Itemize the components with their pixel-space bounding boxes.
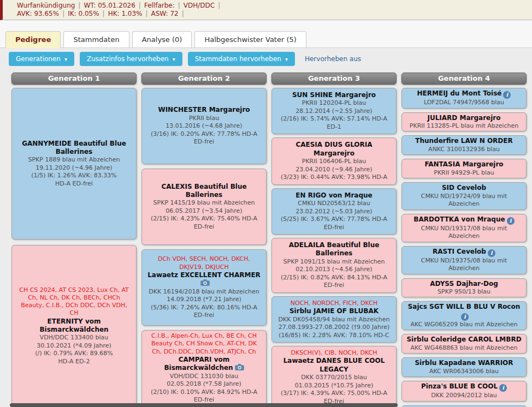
litter-type: Wurfankündigung: [17, 2, 75, 9]
dog-registration: PKRII 113285-PL blau mit Abzeichen: [405, 122, 523, 130]
dog-registration: CMKU ND/19724/09 blau mit Abzeichen: [405, 193, 523, 208]
dog-breeding-stats: (2/15) IK: 4.23% AVK: 75.40% HD-A ED-fre…: [146, 215, 262, 231]
dog-name[interactable]: HERMEIJ du Mont Toisé: [405, 89, 523, 99]
dog-name[interactable]: Sajcs SGT WILL B BLU V Rocon: [405, 303, 523, 320]
dog-name[interactable]: FANTASIA Margarejro: [405, 160, 523, 169]
ik-value: IK: 0.05%: [68, 10, 99, 17]
dog-breeding-stats: (16/85) IK: 2.28% AVK: 78.10% HD-C: [276, 332, 392, 340]
generation-4-column: Generation 4 HERMEIJ du Mont Toisé LOF2D…: [401, 73, 527, 407]
dog-name[interactable]: SID Cevelob: [405, 184, 523, 192]
camera-icon[interactable]: [235, 364, 244, 370]
pedigree-card[interactable]: Horsebjerg POKER FACE GA GA DKK DK08726/…: [401, 405, 527, 407]
dog-breeding-stats: (2/15) IK: 0.82% AVK: 84.13% HD-A ED-fre…: [276, 274, 392, 290]
dog-name[interactable]: ADELAILA Beautiful Blue Ballerines: [276, 241, 392, 258]
pedigree-card[interactable]: EN RIGO von Mraque CMKU ND20563/12 blau …: [271, 188, 397, 235]
generation-1-column: Generation 1 GANNYMEIDE Beautiful Blue B…: [11, 73, 137, 407]
dog-breeding-stats: (2/16) IK: 5.74% AVK: 57.14% HD-A ED-1: [276, 115, 392, 131]
dog-birthdate: 13.01.2016 (~4.68 Jahre): [146, 122, 262, 130]
litter-info-row2: AVK: 93.65%|IK: 0.05%|HK: 1.03%|ASW: 72|: [17, 10, 527, 18]
pedigree-card[interactable]: DCh VDH, SECH, NOCH, DKCH, DKJV19, DKJUC…: [141, 249, 267, 326]
dog-registration: PKRII 106406-PL blau: [276, 158, 392, 166]
chevron-down-icon: [285, 55, 288, 63]
extra-info-highlight-dropdown-button[interactable]: Zusatzinfos hervorheben: [80, 52, 182, 66]
stammdaten-highlight-dropdown-button[interactable]: Stammdaten hervorheben: [188, 52, 295, 66]
pedigree-card[interactable]: Pinza's BLUE B COOL DKK 20094/2012 blau: [401, 381, 527, 402]
generation-2-header: Generation 2: [141, 73, 267, 85]
dog-breeding-stats: (5/36) IK: 7.26% AVK: 80.16% HD-A ED-fre…: [146, 304, 262, 320]
pedigree-card[interactable]: HERMEIJ du Mont Toisé LOF2DAL 74947/9568…: [401, 88, 527, 109]
dog-name[interactable]: Lawaetz EXCELLENT CHARMER: [146, 271, 262, 288]
pedigree-card[interactable]: Sirblu Coleridge CAROL LMBRD AKC WG46886…: [401, 334, 527, 354]
dog-name[interactable]: ADYSS Dajhar-Dog: [405, 280, 523, 288]
pedigree-card[interactable]: RASTI Cevelob CMKU ND/19375/08 blau mit …: [401, 246, 527, 274]
dog-name[interactable]: Pinza's BLUE B COOL: [405, 382, 523, 392]
dog-registration: CMKU ND/19317/08 blau mit Abzeichen: [405, 225, 523, 241]
dog-name[interactable]: RASTI Cevelob: [405, 248, 523, 257]
pedigree-card[interactable]: Sajcs SGT WILL B BLU V Rocon AKC WG06520…: [401, 301, 527, 330]
dog-name[interactable]: CALEXIS Beautiful Blue Ballerines: [146, 183, 262, 200]
pedigree-card[interactable]: BARDOTTKA von Mraque CMKU ND/19317/08 bl…: [401, 214, 527, 242]
dog-name[interactable]: CAESIA DIUS GLORIA Margarejro: [276, 141, 392, 158]
info-icon[interactable]: [503, 91, 511, 99]
pedigree-card[interactable]: JULIARD Margarejro PKRII 113285-PL blau …: [401, 112, 527, 132]
pedigree-card[interactable]: FANTASIA Margarejro PKRII 94929-PL blau: [401, 159, 527, 178]
pedigree-card-sire[interactable]: GANNYMEIDE Beautiful Blue Ballerines SPK…: [11, 88, 137, 240]
dog-name[interactable]: JULIARD Margarejro: [405, 114, 523, 122]
dog-birthdate: 30.10.2021 (*4.09 Jahre): [16, 342, 132, 350]
dog-registration: SPKP 1415/19 blau mit Abzeichen: [146, 199, 262, 207]
info-icon[interactable]: [461, 313, 469, 321]
dog-titles: CH CS 2024, AT CS 2023, Lux Ch, AT Ch, N…: [16, 286, 132, 318]
pedigree-card[interactable]: CALEXIS Beautiful Blue Ballerines SPKP 1…: [141, 169, 267, 245]
info-icon[interactable]: [488, 249, 495, 257]
dog-name[interactable]: GANNYMEIDE Beautiful Blue Ballerines: [16, 140, 132, 157]
dog-registration: PKRII blau: [146, 115, 262, 123]
dog-name[interactable]: ETERNITY vom Bismarckwäldchen: [16, 318, 132, 334]
dog-titles: DCh VDH, SECH, NOCH, DKCH, DKJV19, DKJUC…: [146, 255, 262, 271]
dog-name[interactable]: Sirblu JAMIE OF BLUBAK: [276, 307, 392, 315]
dog-registration: ANKC 3100132936 blau: [405, 146, 523, 154]
dog-registration: LOF2DAL 74947/9568 blau: [405, 99, 523, 107]
dog-registration: SPKP 1889 blau mit Abzeichen: [16, 156, 132, 164]
dog-name[interactable]: Sirblu Coleridge CAROL LMBRD: [405, 336, 523, 344]
tab-halbgeschwister-vater[interactable]: Halbgeschwister Vater (5): [194, 31, 306, 48]
dog-name[interactable]: Thunderfire LAW N ORDER: [405, 137, 523, 145]
tab-pedigree[interactable]: Pedigree: [5, 31, 61, 48]
pedigree-card[interactable]: C.I.B., Alpen-Ch, Lux Ch, BE Ch, CH Beau…: [141, 330, 267, 406]
pedigree-card[interactable]: CAESIA DIUS GLORIA Margarejro PKRII 1064…: [271, 137, 397, 184]
pedigree-card[interactable]: WINCHESTER Margarejro PKRII blau 13.01.2…: [141, 88, 267, 164]
pedigree-card[interactable]: ADYSS Dajhar-Dog SPKP 950/13 blau: [401, 278, 527, 298]
dog-name[interactable]: SUN SHINE Margarejro: [276, 91, 392, 99]
dog-name[interactable]: EN RIGO von Mraque: [276, 191, 392, 200]
pedigree-card-dam[interactable]: CH CS 2024, AT CS 2023, Lux Ch, AT Ch, N…: [11, 245, 137, 407]
dog-name[interactable]: CAMPARI vom Bismarckwäldchen: [146, 356, 262, 373]
pedigree-card[interactable]: ADELAILA Beautiful Blue Ballerines SPKP …: [271, 238, 397, 293]
hk-value: HK: 1.03%: [108, 10, 143, 17]
pedigree-card[interactable]: Thunderfire LAW N ORDER ANKC 3100132936 …: [401, 135, 527, 155]
dog-breeding-stats: (5/25) IK: 3.67% AVK: 77.78% HD-A ED-fre…: [276, 216, 392, 231]
tab-analyse[interactable]: Analyse (0): [132, 31, 192, 48]
pedigree-card[interactable]: SID Cevelob CMKU ND/19724/09 blau mit Ab…: [401, 182, 527, 210]
generations-dropdown-button[interactable]: Generationen: [9, 52, 74, 66]
info-icon[interactable]: [499, 384, 507, 392]
dog-name[interactable]: BARDOTTKA von Mraque: [405, 216, 523, 225]
dog-birthdate: 27.08.1993-27.08.2002 (†9.00 Jahre): [276, 324, 392, 332]
generation-2-column: Generation 2 WINCHESTER Margarejro PKRII…: [141, 73, 267, 407]
camera-icon[interactable]: [200, 279, 210, 286]
dog-name[interactable]: Lawaetz DANES BLUE COOL LEGACY: [276, 357, 392, 374]
dog-birthdate: 06.05.2017 (~3.54 Jahre): [146, 207, 262, 216]
dog-name[interactable]: WINCHESTER Margarejro: [146, 106, 262, 114]
dog-registration: DKK 03770/2015 blau: [276, 374, 392, 382]
pedigree-card[interactable]: DKSCH(V), CIB, NOCH, DKCH Lawaetz DANES …: [271, 346, 397, 407]
pedigree-card[interactable]: Sirblu Kapadane WARRIOR AKC WR06343006 b…: [401, 357, 527, 377]
info-icon[interactable]: [507, 217, 515, 225]
dog-birthdate: 23.02.2012 (~5.03 Jahre): [276, 208, 392, 216]
dog-name[interactable]: Sirblu Kapadane WARRIOR: [405, 359, 523, 367]
tab-stammdaten[interactable]: Stammdaten: [63, 31, 129, 48]
generation-3-header: Generation 3: [271, 73, 397, 85]
dog-registration: DKK 16194/2018 blau mit Abzeichen: [146, 288, 262, 296]
litter-info-bar: Wurfankündigung|WT: 05.01.2026|Fellfarbe…: [0, 0, 532, 20]
pedigree-card[interactable]: NOCH, NORDCH, FICH, DKCH Sirblu JAMIE OF…: [271, 296, 397, 343]
pedigree-card[interactable]: SUN SHINE Margarejro PKRII 120204-PL bla…: [271, 88, 397, 134]
highlight-off-link[interactable]: Hervorheben aus: [305, 55, 361, 63]
horizontal-scrollbar[interactable]: [10, 403, 398, 407]
